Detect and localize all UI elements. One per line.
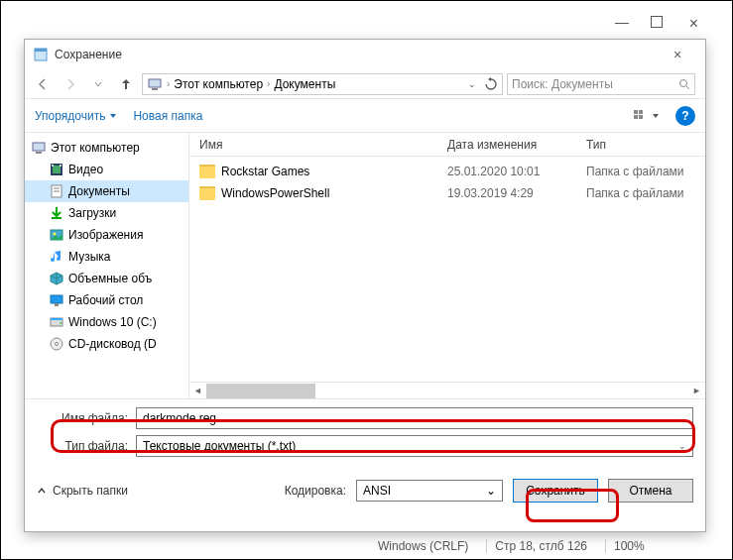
- tree-item-label: Windows 10 (C:): [68, 315, 157, 329]
- organize-button[interactable]: Упорядочить: [35, 109, 117, 123]
- filename-input[interactable]: darkmode.reg ⌄: [136, 407, 693, 429]
- file-date: 19.03.2019 4:29: [447, 186, 586, 200]
- svg-point-26: [60, 322, 61, 324]
- filename-label: Имя файла:: [37, 411, 128, 425]
- col-type[interactable]: Тип: [586, 138, 705, 152]
- file-rows[interactable]: Rockstar Games25.01.2020 10:01Папка с фа…: [189, 157, 705, 382]
- svg-rect-23: [55, 303, 59, 306]
- tree-item-label: Рабочий стол: [68, 293, 143, 307]
- up-button[interactable]: [114, 72, 138, 96]
- bg-close-icon: ×: [689, 15, 698, 33]
- tree-item[interactable]: Объемные объ: [25, 268, 188, 289]
- scroll-thumb[interactable]: [206, 384, 315, 398]
- down-icon: [49, 205, 64, 221]
- svg-line-5: [686, 86, 689, 89]
- tree-item[interactable]: Windows 10 (C:): [25, 311, 188, 333]
- filetype-label: Тип файла:: [37, 439, 128, 453]
- chevron-right-icon: ›: [167, 78, 170, 89]
- chevron-down-icon[interactable]: ⌄: [486, 484, 496, 498]
- tree-item[interactable]: Этот компьютер: [25, 137, 188, 159]
- svg-rect-8: [634, 115, 638, 119]
- svg-rect-13: [53, 166, 61, 173]
- address-bar[interactable]: › Этот компьютер › Документы ⌄: [142, 73, 503, 95]
- refresh-icon[interactable]: [484, 77, 498, 91]
- status-pos: Стр 18, стлб 126: [486, 539, 587, 553]
- tree-item[interactable]: Видео: [25, 159, 188, 180]
- hide-folders-button[interactable]: Скрыть папки: [37, 484, 128, 498]
- file-name: WindowsPowerShell: [221, 186, 329, 200]
- cancel-button[interactable]: Отмена: [608, 479, 693, 503]
- scroll-left-icon[interactable]: ◄: [189, 386, 206, 395]
- close-icon[interactable]: ×: [658, 47, 697, 62]
- cube-icon: [49, 271, 64, 286]
- actions-row: Скрыть папки Кодировка: ANSI ⌄ Сохранить…: [25, 471, 705, 512]
- svg-rect-2: [149, 79, 161, 87]
- file-row[interactable]: Rockstar Games25.01.2020 10:01Папка с фа…: [189, 161, 705, 182]
- recent-dropdown[interactable]: [86, 72, 110, 96]
- pc-icon: [147, 76, 163, 92]
- tree-item[interactable]: Изображения: [25, 224, 188, 246]
- column-headers[interactable]: Имя Дата изменения Тип: [189, 133, 705, 157]
- svg-point-14: [52, 165, 54, 167]
- tree-item-label: Загрузки: [68, 206, 116, 220]
- save-button[interactable]: Сохранить: [513, 479, 598, 503]
- filetype-combo[interactable]: Текстовые документы (*.txt) ⌄: [136, 435, 693, 457]
- tree-item-label: CD-дисковод (D: [68, 337, 157, 351]
- svg-point-4: [680, 79, 687, 86]
- disk-icon: [49, 314, 64, 330]
- toolbar: Упорядочить Новая папка ?: [25, 99, 705, 133]
- tree-item[interactable]: Музыка: [25, 246, 188, 268]
- col-name[interactable]: Имя: [199, 138, 447, 152]
- svg-rect-6: [634, 110, 638, 114]
- search-input[interactable]: Поиск: Документы: [507, 73, 695, 95]
- view-button[interactable]: [633, 109, 660, 123]
- file-row[interactable]: WindowsPowerShell19.03.2019 4:29Папка с …: [189, 182, 705, 204]
- horizontal-scrollbar[interactable]: ◄ ►: [189, 382, 705, 398]
- tree-item-label: Этот компьютер: [51, 141, 140, 155]
- filename-panel: Имя файла: darkmode.reg ⌄ Тип файла: Тек…: [25, 398, 705, 471]
- cd-icon: [49, 336, 64, 352]
- bg-minimize-icon: [615, 23, 629, 24]
- status-eol: Windows (CRLF): [378, 539, 468, 553]
- encoding-value: ANSI: [363, 484, 391, 498]
- tree-item[interactable]: Документы: [25, 180, 188, 202]
- window-title: Сохранение: [55, 48, 658, 61]
- pc-icon: [31, 140, 47, 156]
- encoding-label: Кодировка:: [285, 484, 346, 498]
- col-date[interactable]: Дата изменения: [447, 138, 586, 152]
- chevron-up-icon: [37, 486, 47, 496]
- new-folder-button[interactable]: Новая папка: [133, 109, 202, 123]
- file-name: Rockstar Games: [221, 165, 309, 178]
- search-placeholder: Поиск: Документы: [512, 77, 613, 91]
- status-zoom: 100%: [605, 539, 645, 553]
- chevron-down-icon[interactable]: ⌄: [678, 413, 686, 423]
- help-icon[interactable]: ?: [675, 106, 695, 126]
- breadcrumb-folder[interactable]: Документы: [274, 77, 335, 91]
- desk-icon: [49, 292, 64, 308]
- chevron-right-icon: ›: [267, 78, 270, 89]
- breadcrumb-root[interactable]: Этот компьютер: [174, 77, 263, 91]
- chevron-down-icon[interactable]: ⌄: [678, 441, 686, 451]
- tree-item[interactable]: CD-дисковод (D: [25, 333, 188, 355]
- svg-rect-9: [639, 115, 643, 119]
- filename-value: darkmode.reg: [143, 411, 216, 425]
- back-button[interactable]: [31, 72, 55, 96]
- svg-rect-1: [35, 49, 47, 52]
- svg-rect-7: [639, 110, 643, 114]
- doc-icon: [49, 183, 64, 199]
- tree-item-label: Музыка: [68, 250, 110, 264]
- bg-maximize-icon: [651, 16, 663, 28]
- folder-tree[interactable]: Этот компьютерВидеоДокументыЗагрузкиИзоб…: [25, 133, 189, 398]
- svg-point-28: [56, 343, 59, 346]
- scroll-right-icon[interactable]: ►: [688, 386, 705, 395]
- forward-button[interactable]: [59, 72, 82, 96]
- status-bar: Windows (CRLF) Стр 18, стлб 126 100%: [378, 539, 645, 553]
- tree-item[interactable]: Загрузки: [25, 202, 188, 224]
- svg-rect-10: [33, 143, 45, 151]
- tree-item[interactable]: Рабочий стол: [25, 289, 188, 311]
- tree-item-label: Изображения: [68, 228, 143, 242]
- tree-item-label: Видео: [68, 163, 103, 176]
- app-icon: [33, 47, 49, 62]
- addr-dropdown-icon[interactable]: ⌄: [468, 79, 476, 89]
- encoding-combo[interactable]: ANSI ⌄: [356, 480, 503, 502]
